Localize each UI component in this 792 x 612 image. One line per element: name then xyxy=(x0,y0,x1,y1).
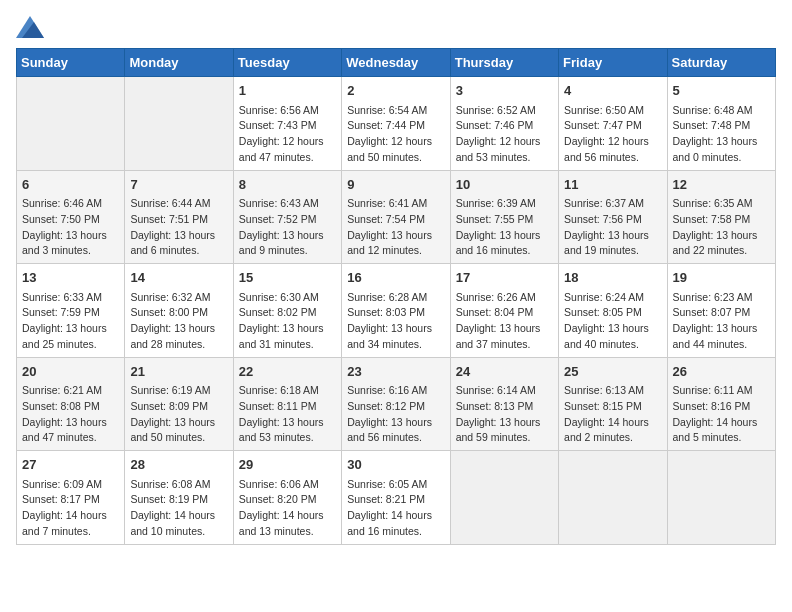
day-cell: 25Sunrise: 6:13 AMSunset: 8:15 PMDayligh… xyxy=(559,357,667,451)
day-number: 5 xyxy=(673,81,770,101)
day-number: 15 xyxy=(239,268,336,288)
day-number: 18 xyxy=(564,268,661,288)
day-cell: 7Sunrise: 6:44 AMSunset: 7:51 PMDaylight… xyxy=(125,170,233,264)
day-number: 21 xyxy=(130,362,227,382)
week-row-4: 20Sunrise: 6:21 AMSunset: 8:08 PMDayligh… xyxy=(17,357,776,451)
column-header-friday: Friday xyxy=(559,49,667,77)
day-number: 7 xyxy=(130,175,227,195)
day-cell xyxy=(17,77,125,171)
day-info: Sunrise: 6:11 AMSunset: 8:16 PMDaylight:… xyxy=(673,383,770,446)
day-number: 25 xyxy=(564,362,661,382)
day-info: Sunrise: 6:37 AMSunset: 7:56 PMDaylight:… xyxy=(564,196,661,259)
day-cell: 17Sunrise: 6:26 AMSunset: 8:04 PMDayligh… xyxy=(450,264,558,358)
day-cell: 12Sunrise: 6:35 AMSunset: 7:58 PMDayligh… xyxy=(667,170,775,264)
day-info: Sunrise: 6:44 AMSunset: 7:51 PMDaylight:… xyxy=(130,196,227,259)
column-header-wednesday: Wednesday xyxy=(342,49,450,77)
day-cell: 26Sunrise: 6:11 AMSunset: 8:16 PMDayligh… xyxy=(667,357,775,451)
day-number: 8 xyxy=(239,175,336,195)
day-info: Sunrise: 6:35 AMSunset: 7:58 PMDaylight:… xyxy=(673,196,770,259)
day-info: Sunrise: 6:46 AMSunset: 7:50 PMDaylight:… xyxy=(22,196,119,259)
day-cell: 27Sunrise: 6:09 AMSunset: 8:17 PMDayligh… xyxy=(17,451,125,545)
day-number: 16 xyxy=(347,268,444,288)
day-info: Sunrise: 6:48 AMSunset: 7:48 PMDaylight:… xyxy=(673,103,770,166)
day-info: Sunrise: 6:39 AMSunset: 7:55 PMDaylight:… xyxy=(456,196,553,259)
day-cell: 29Sunrise: 6:06 AMSunset: 8:20 PMDayligh… xyxy=(233,451,341,545)
day-number: 6 xyxy=(22,175,119,195)
day-info: Sunrise: 6:13 AMSunset: 8:15 PMDaylight:… xyxy=(564,383,661,446)
column-header-thursday: Thursday xyxy=(450,49,558,77)
week-row-5: 27Sunrise: 6:09 AMSunset: 8:17 PMDayligh… xyxy=(17,451,776,545)
day-info: Sunrise: 6:32 AMSunset: 8:00 PMDaylight:… xyxy=(130,290,227,353)
column-header-tuesday: Tuesday xyxy=(233,49,341,77)
week-row-1: 1Sunrise: 6:56 AMSunset: 7:43 PMDaylight… xyxy=(17,77,776,171)
day-cell xyxy=(450,451,558,545)
day-number: 9 xyxy=(347,175,444,195)
column-header-saturday: Saturday xyxy=(667,49,775,77)
day-number: 10 xyxy=(456,175,553,195)
day-cell: 18Sunrise: 6:24 AMSunset: 8:05 PMDayligh… xyxy=(559,264,667,358)
day-cell xyxy=(559,451,667,545)
day-cell: 16Sunrise: 6:28 AMSunset: 8:03 PMDayligh… xyxy=(342,264,450,358)
day-number: 23 xyxy=(347,362,444,382)
day-number: 28 xyxy=(130,455,227,475)
day-cell: 23Sunrise: 6:16 AMSunset: 8:12 PMDayligh… xyxy=(342,357,450,451)
day-info: Sunrise: 6:18 AMSunset: 8:11 PMDaylight:… xyxy=(239,383,336,446)
day-info: Sunrise: 6:06 AMSunset: 8:20 PMDaylight:… xyxy=(239,477,336,540)
day-info: Sunrise: 6:21 AMSunset: 8:08 PMDaylight:… xyxy=(22,383,119,446)
day-cell: 5Sunrise: 6:48 AMSunset: 7:48 PMDaylight… xyxy=(667,77,775,171)
day-info: Sunrise: 6:24 AMSunset: 8:05 PMDaylight:… xyxy=(564,290,661,353)
day-info: Sunrise: 6:52 AMSunset: 7:46 PMDaylight:… xyxy=(456,103,553,166)
day-cell: 11Sunrise: 6:37 AMSunset: 7:56 PMDayligh… xyxy=(559,170,667,264)
day-cell: 15Sunrise: 6:30 AMSunset: 8:02 PMDayligh… xyxy=(233,264,341,358)
day-info: Sunrise: 6:23 AMSunset: 8:07 PMDaylight:… xyxy=(673,290,770,353)
day-cell xyxy=(125,77,233,171)
day-cell: 20Sunrise: 6:21 AMSunset: 8:08 PMDayligh… xyxy=(17,357,125,451)
day-number: 27 xyxy=(22,455,119,475)
day-number: 26 xyxy=(673,362,770,382)
logo-icon xyxy=(16,16,44,38)
day-info: Sunrise: 6:08 AMSunset: 8:19 PMDaylight:… xyxy=(130,477,227,540)
day-cell: 10Sunrise: 6:39 AMSunset: 7:55 PMDayligh… xyxy=(450,170,558,264)
day-number: 24 xyxy=(456,362,553,382)
day-cell: 21Sunrise: 6:19 AMSunset: 8:09 PMDayligh… xyxy=(125,357,233,451)
week-row-2: 6Sunrise: 6:46 AMSunset: 7:50 PMDaylight… xyxy=(17,170,776,264)
day-info: Sunrise: 6:19 AMSunset: 8:09 PMDaylight:… xyxy=(130,383,227,446)
day-number: 29 xyxy=(239,455,336,475)
column-header-monday: Monday xyxy=(125,49,233,77)
day-info: Sunrise: 6:14 AMSunset: 8:13 PMDaylight:… xyxy=(456,383,553,446)
day-info: Sunrise: 6:26 AMSunset: 8:04 PMDaylight:… xyxy=(456,290,553,353)
day-number: 2 xyxy=(347,81,444,101)
day-number: 13 xyxy=(22,268,119,288)
header xyxy=(16,16,776,38)
day-cell: 1Sunrise: 6:56 AMSunset: 7:43 PMDaylight… xyxy=(233,77,341,171)
day-cell: 14Sunrise: 6:32 AMSunset: 8:00 PMDayligh… xyxy=(125,264,233,358)
day-info: Sunrise: 6:43 AMSunset: 7:52 PMDaylight:… xyxy=(239,196,336,259)
header-row: SundayMondayTuesdayWednesdayThursdayFrid… xyxy=(17,49,776,77)
day-info: Sunrise: 6:50 AMSunset: 7:47 PMDaylight:… xyxy=(564,103,661,166)
day-info: Sunrise: 6:41 AMSunset: 7:54 PMDaylight:… xyxy=(347,196,444,259)
calendar-table: SundayMondayTuesdayWednesdayThursdayFrid… xyxy=(16,48,776,545)
week-row-3: 13Sunrise: 6:33 AMSunset: 7:59 PMDayligh… xyxy=(17,264,776,358)
day-cell: 2Sunrise: 6:54 AMSunset: 7:44 PMDaylight… xyxy=(342,77,450,171)
day-number: 17 xyxy=(456,268,553,288)
day-cell: 28Sunrise: 6:08 AMSunset: 8:19 PMDayligh… xyxy=(125,451,233,545)
day-cell: 30Sunrise: 6:05 AMSunset: 8:21 PMDayligh… xyxy=(342,451,450,545)
column-header-sunday: Sunday xyxy=(17,49,125,77)
day-info: Sunrise: 6:05 AMSunset: 8:21 PMDaylight:… xyxy=(347,477,444,540)
day-cell: 4Sunrise: 6:50 AMSunset: 7:47 PMDaylight… xyxy=(559,77,667,171)
day-info: Sunrise: 6:56 AMSunset: 7:43 PMDaylight:… xyxy=(239,103,336,166)
day-cell: 22Sunrise: 6:18 AMSunset: 8:11 PMDayligh… xyxy=(233,357,341,451)
day-cell: 3Sunrise: 6:52 AMSunset: 7:46 PMDaylight… xyxy=(450,77,558,171)
day-cell: 19Sunrise: 6:23 AMSunset: 8:07 PMDayligh… xyxy=(667,264,775,358)
day-number: 22 xyxy=(239,362,336,382)
day-info: Sunrise: 6:28 AMSunset: 8:03 PMDaylight:… xyxy=(347,290,444,353)
day-number: 3 xyxy=(456,81,553,101)
day-number: 11 xyxy=(564,175,661,195)
day-number: 14 xyxy=(130,268,227,288)
day-number: 19 xyxy=(673,268,770,288)
day-number: 20 xyxy=(22,362,119,382)
day-number: 30 xyxy=(347,455,444,475)
day-cell: 6Sunrise: 6:46 AMSunset: 7:50 PMDaylight… xyxy=(17,170,125,264)
day-number: 12 xyxy=(673,175,770,195)
day-info: Sunrise: 6:33 AMSunset: 7:59 PMDaylight:… xyxy=(22,290,119,353)
